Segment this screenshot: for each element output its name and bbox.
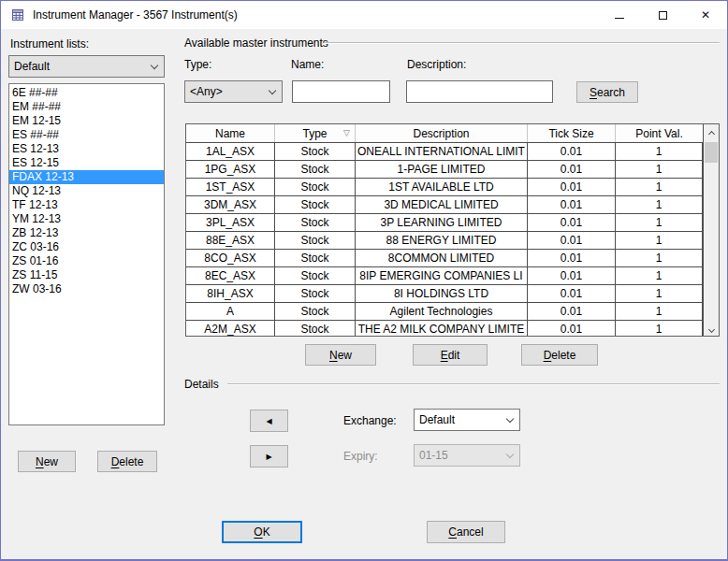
list-item[interactable]: 6E ##-## [9, 86, 164, 100]
minimize-icon [615, 18, 624, 19]
list-item[interactable]: ZW 03-16 [9, 282, 164, 296]
list-item[interactable]: ZS 01-16 [9, 254, 164, 268]
title-bar[interactable]: Instrument Manager - 3567 Instrument(s) … [1, 1, 727, 29]
column-header-description[interactable]: Description [356, 124, 528, 142]
table-cell: 3D MEDICAL LIMITED [356, 196, 528, 213]
list-item[interactable]: ES 12-15 [9, 156, 164, 170]
list-item[interactable]: FDAX 12-13 [9, 170, 164, 184]
table-cell: 0.01 [528, 303, 616, 320]
table-row[interactable]: 3DM_ASXStock3D MEDICAL LIMITED0.011 [186, 196, 703, 214]
cancel-button[interactable]: Cancel [427, 521, 505, 543]
window-title: Instrument Manager - 3567 Instrument(s) [33, 1, 238, 29]
table-row[interactable]: 1PG_ASXStock1-PAGE LIMITED0.011 [186, 161, 703, 179]
table-cell: 1 [616, 285, 703, 302]
expiry-select: 01-15 [414, 444, 520, 467]
table-cell: 1 [616, 250, 703, 266]
table-cell: 0.01 [528, 214, 616, 231]
exchange-select[interactable]: Default [414, 409, 520, 431]
table-cell: Stock [275, 267, 356, 284]
instrument-delete-button[interactable]: Delete [521, 344, 598, 366]
table-cell: Stock [275, 161, 356, 178]
list-item[interactable]: ES 12-13 [9, 142, 164, 156]
table-cell: Stock [275, 196, 356, 213]
window-controls: ✕ [598, 1, 727, 29]
master-group-label: Available master instruments [184, 36, 328, 50]
instrument-list-selector[interactable]: Default [8, 55, 165, 78]
instrument-edit-button[interactable]: Edit [413, 344, 488, 366]
table-cell: 8I HOLDINGS LTD [356, 285, 528, 302]
table-row[interactable]: A2M_ASXStockTHE A2 MILK COMPANY LIMITE0.… [186, 321, 703, 337]
master-group-line [324, 42, 720, 43]
table-vertical-scrollbar[interactable] [703, 124, 719, 337]
table-cell: 1 [616, 321, 703, 337]
close-icon: ✕ [701, 8, 710, 22]
list-item[interactable]: EM ##-## [9, 100, 164, 114]
type-filter-select[interactable]: <Any> [184, 80, 283, 103]
instruments-table-body: 1AL_ASXStockONEALL INTERNATIONAL LIMIT0.… [186, 143, 703, 337]
table-cell: 3P LEARNING LIMITED [356, 214, 528, 231]
list-item[interactable]: YM 12-13 [9, 212, 164, 226]
table-cell: Agilent Technologies [356, 303, 528, 320]
list-item[interactable]: EM 12-15 [9, 114, 164, 128]
table-cell: 8CO_ASX [186, 250, 275, 266]
table-cell: 1 [616, 143, 703, 160]
table-row[interactable]: 3PL_ASXStock3P LEARNING LIMITED0.011 [186, 214, 703, 232]
table-row[interactable]: 8IH_ASXStock8I HOLDINGS LTD0.011 [186, 285, 703, 303]
table-row[interactable]: 1ST_ASXStock1ST AVAILABLE LTD0.011 [186, 179, 703, 196]
table-row[interactable]: 88E_ASXStock88 ENERGY LIMITED0.011 [186, 232, 703, 250]
search-button[interactable]: Search [576, 81, 638, 103]
column-header-point-val[interactable]: Point Val. [616, 124, 703, 142]
table-cell: 0.01 [528, 143, 616, 160]
scrollbar-thumb[interactable] [705, 142, 718, 163]
remove-from-list-button[interactable]: ▶ [250, 445, 288, 468]
scroll-down-icon[interactable] [704, 323, 719, 337]
table-cell: 0.01 [528, 321, 616, 337]
table-cell: 1 [616, 196, 703, 213]
scroll-up-icon[interactable] [704, 124, 719, 140]
name-label: Name: [291, 58, 324, 71]
table-row[interactable]: AStockAgilent Technologies0.011 [186, 303, 703, 321]
table-row[interactable]: 1AL_ASXStockONEALL INTERNATIONAL LIMIT0.… [186, 143, 703, 161]
arrow-right-icon: ▶ [266, 453, 271, 461]
table-row[interactable]: 8EC_ASXStock8IP EMERGING COMPANIES LI0.0… [186, 267, 703, 285]
list-item[interactable]: ZB 12-13 [9, 226, 164, 240]
arrow-left-icon: ◀ [266, 417, 271, 425]
maximize-button[interactable] [641, 1, 684, 29]
name-filter-input[interactable] [292, 80, 390, 103]
table-cell: 1 [616, 161, 703, 178]
list-item[interactable]: NQ 12-13 [9, 184, 164, 198]
list-item[interactable]: ZC 03-16 [9, 240, 164, 254]
instrument-list-selector-value: Default [9, 60, 145, 73]
list-item[interactable]: ES ##-## [9, 128, 164, 142]
minimize-button[interactable] [598, 1, 641, 29]
instruments-table[interactable]: Name Type▽ Description Tick Size Point V… [185, 123, 720, 337]
column-header-name[interactable]: Name [186, 124, 275, 142]
table-cell: 3PL_ASX [186, 214, 275, 231]
table-cell: 0.01 [528, 232, 616, 249]
instrument-manager-icon [10, 7, 25, 22]
table-cell: Stock [275, 250, 356, 266]
type-filter-value: <Any> [185, 85, 263, 98]
column-header-type[interactable]: Type▽ [275, 124, 356, 142]
chevron-down-icon [263, 91, 282, 94]
list-new-button[interactable]: New [18, 451, 76, 472]
expiry-value: 01-15 [415, 449, 501, 462]
column-header-tick-size[interactable]: Tick Size [528, 124, 616, 142]
instrument-lists-listbox[interactable]: 6E ##-##EM ##-##EM 12-15ES ##-##ES 12-13… [8, 83, 165, 425]
chevron-down-icon [145, 65, 164, 68]
list-delete-button[interactable]: Delete [97, 451, 157, 472]
ok-button[interactable]: OK [222, 521, 302, 543]
table-header: Name Type▽ Description Tick Size Point V… [186, 124, 703, 143]
description-filter-input[interactable] [406, 80, 553, 103]
instrument-lists-label: Instrument lists: [10, 37, 89, 50]
list-item[interactable]: ZS 11-15 [9, 268, 164, 282]
add-to-list-button[interactable]: ◀ [250, 410, 288, 432]
table-row[interactable]: 8CO_ASXStock8COMMON LIMITED0.011 [186, 250, 703, 267]
chevron-down-icon [501, 454, 519, 457]
table-cell: 3DM_ASX [186, 196, 275, 213]
table-cell: 8COMMON LIMITED [356, 250, 528, 266]
instrument-manager-dialog: Instrument Manager - 3567 Instrument(s) … [0, 0, 728, 561]
close-button[interactable]: ✕ [684, 1, 727, 29]
instrument-new-button[interactable]: New [305, 344, 376, 366]
list-item[interactable]: TF 12-13 [9, 198, 164, 212]
